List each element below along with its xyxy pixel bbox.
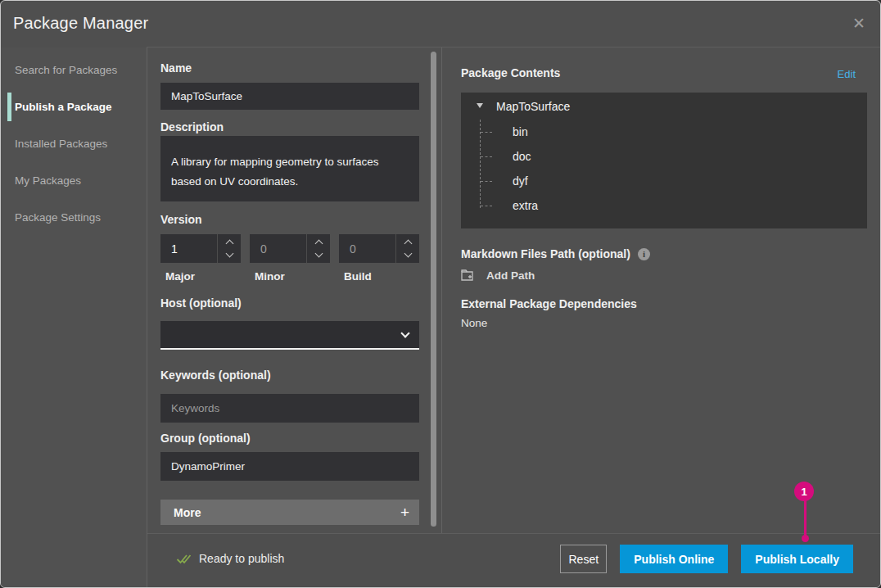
keywords-input[interactable] (160, 394, 419, 423)
chevron-down-icon (400, 328, 409, 337)
host-select[interactable] (160, 321, 419, 350)
version-build-arrows[interactable] (395, 234, 419, 263)
add-folder-icon (461, 269, 477, 282)
tree-item-label: bin (513, 125, 528, 138)
chevron-up-icon[interactable] (404, 240, 412, 248)
minor-label: Minor (255, 270, 285, 283)
sidebar-item-label: My Packages (15, 174, 81, 187)
chevron-up-icon[interactable] (314, 240, 323, 248)
close-icon[interactable]: ✕ (852, 16, 865, 31)
group-label: Group (optional) (160, 432, 251, 445)
tree-branch-line (481, 206, 492, 206)
sidebar-item-label: Package Settings (15, 211, 101, 224)
tree-root-label: MapToSurface (496, 100, 570, 113)
sidebar: Search for Packages Publish a Package In… (1, 47, 147, 587)
tree-item-extra[interactable]: extra (461, 193, 867, 218)
host-label: Host (optional) (160, 296, 242, 310)
markdown-path-row: Markdown Files Path (optional) i (461, 247, 650, 260)
info-icon[interactable]: i (638, 248, 650, 260)
sidebar-item-label: Publish a Package (15, 101, 112, 113)
dialog-title: Package Manager (13, 14, 148, 33)
version-minor-value[interactable]: 0 (250, 234, 306, 263)
status-text: Ready to publish (199, 552, 284, 565)
major-label: Major (165, 270, 195, 283)
publish-online-button[interactable]: Publish Online (620, 545, 728, 573)
dependencies-label: External Package Dependencies (461, 297, 637, 310)
tree-root-maptosurface[interactable]: MapToSurface (461, 93, 867, 120)
version-major-stepper[interactable]: 1 (160, 234, 241, 263)
sidebar-item-installed-packages[interactable]: Installed Packages (1, 125, 147, 162)
reset-button[interactable]: Reset (560, 545, 607, 573)
description-label: Description (160, 120, 224, 133)
name-label: Name (160, 61, 192, 75)
keywords-label: Keywords (optional) (160, 369, 271, 382)
version-minor-arrows[interactable] (306, 234, 330, 263)
chevron-down-icon[interactable] (225, 250, 233, 258)
version-label: Version (160, 213, 202, 226)
version-major-arrows[interactable] (217, 234, 241, 263)
sidebar-item-package-settings[interactable]: Package Settings (1, 199, 147, 236)
tree-item-label: extra (513, 199, 538, 212)
name-input[interactable] (160, 83, 419, 110)
add-path-button[interactable]: Add Path (461, 269, 535, 282)
chevron-down-icon[interactable] (314, 250, 323, 258)
more-button[interactable]: More + (160, 500, 419, 525)
footer-buttons: Reset Publish Online Publish Locally (560, 545, 853, 573)
tree-branch-line (481, 132, 492, 133)
form-scrollbar[interactable] (430, 50, 437, 528)
sidebar-item-label: Installed Packages (15, 138, 107, 150)
tree-item-bin[interactable]: bin (461, 120, 867, 144)
check-check-icon (176, 553, 192, 565)
package-contents-tree: MapToSurface bin doc dyf extra (461, 93, 867, 228)
group-input[interactable] (160, 452, 419, 481)
plus-icon: + (400, 504, 409, 522)
tree-expander-icon[interactable] (477, 103, 483, 108)
publish-form-panel: Name Description A library for mapping g… (147, 47, 441, 533)
annotation-step-badge: 1 (794, 482, 814, 501)
annotation-pointer-dot (802, 535, 809, 542)
publish-locally-button[interactable]: Publish Locally (741, 545, 853, 573)
version-build-value[interactable]: 0 (339, 234, 395, 263)
build-label: Build (344, 270, 372, 283)
scrollbar-thumb[interactable] (431, 52, 436, 527)
more-button-label: More (174, 506, 201, 519)
publish-status: Ready to publish (176, 552, 284, 565)
version-major-value[interactable]: 1 (160, 234, 217, 263)
tree-item-label: doc (513, 150, 531, 163)
sidebar-item-label: Search for Packages (15, 64, 117, 76)
dependencies-value: None (461, 317, 487, 329)
active-item-indicator (7, 93, 11, 121)
sidebar-item-my-packages[interactable]: My Packages (1, 162, 147, 199)
sidebar-item-search-for-packages[interactable]: Search for Packages (1, 52, 147, 88)
chevron-down-icon[interactable] (404, 250, 412, 258)
package-contents-panel: Package Contents Edit MapToSurface bin d… (442, 47, 880, 533)
package-manager-dialog: Package Manager ✕ Search for Packages Pu… (0, 0, 881, 588)
tree-item-dyf[interactable]: dyf (461, 169, 867, 193)
tree-branch-line (481, 181, 492, 182)
tree-item-doc[interactable]: doc (461, 144, 867, 169)
markdown-path-label: Markdown Files Path (optional) (461, 247, 630, 260)
add-path-label: Add Path (486, 269, 535, 282)
package-contents-header: Package Contents (461, 66, 560, 79)
tree-item-label: dyf (513, 174, 528, 188)
description-input[interactable]: A library for mapping geometry to surfac… (160, 136, 419, 201)
chevron-up-icon[interactable] (225, 240, 233, 248)
edit-link[interactable]: Edit (838, 68, 856, 80)
version-build-stepper[interactable]: 0 (339, 234, 419, 263)
tree-branch-line (481, 156, 492, 157)
version-minor-stepper[interactable]: 0 (250, 234, 330, 263)
footer-bar: Ready to publish Reset Publish Online Pu… (147, 533, 880, 587)
titlebar: Package Manager ✕ (1, 1, 880, 47)
annotation-pointer-line (804, 499, 806, 538)
sidebar-item-publish-a-package[interactable]: Publish a Package (1, 88, 147, 125)
